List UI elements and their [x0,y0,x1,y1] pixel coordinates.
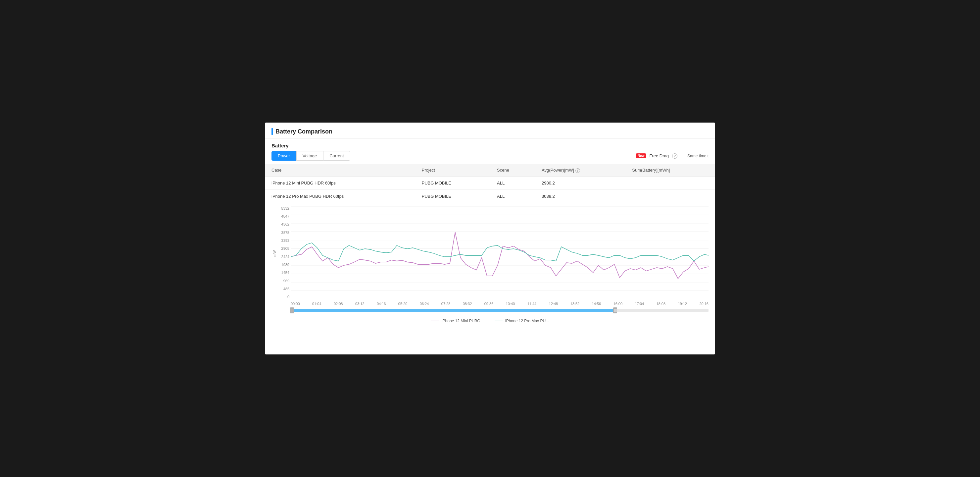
page-title: Battery Comparison [275,128,332,135]
scroll-handle-lines [614,309,616,312]
tabs-row: Power Voltage Current New Free Drag ? Sa… [265,151,715,164]
cell-project-2: PUBG MOBILE [415,190,490,203]
tab-actions: New Free Drag ? Same time t [636,153,708,159]
y-tick: 2424 [278,255,290,259]
scrollbar-left-handle[interactable] [290,307,294,313]
cell-scene-2: ALL [490,190,535,203]
main-container: Battery Comparison Battery Power Voltage… [265,123,715,354]
x-tick: 16:00 [614,302,623,306]
scroll-handle-line [614,309,614,312]
col-sum-battery: Sum(Battery)[mWh] [625,164,715,177]
y-tick: 4847 [278,214,290,218]
x-tick: 08:32 [463,302,472,306]
x-tick: 06:24 [420,302,429,306]
y-tick: 3393 [278,238,290,242]
same-time-checkbox[interactable] [681,154,685,158]
cell-project-1: PUBG MOBILE [415,176,490,190]
scrollbar-thumb[interactable] [291,309,616,312]
y-tick: 2908 [278,246,290,250]
free-drag-label: Free Drag [649,153,669,158]
x-tick: 00:00 [291,302,300,306]
x-tick: 07:28 [441,302,450,306]
y-tick: 485 [278,287,290,291]
legend-item-mini: iPhone 12 Mini PUBG ... [431,319,485,323]
legend-line-promax [495,321,503,321]
scroll-handle-line [615,309,616,312]
scroll-handle-line [293,309,293,312]
y-tick: 3878 [278,231,290,235]
chart-svg [291,206,708,299]
x-tick: 13:52 [570,302,580,306]
title-accent [272,128,273,135]
scrollbar-right-handle[interactable] [613,307,617,313]
same-time-label: Same time t [687,154,708,158]
chart-container: mW 5332 4847 4362 3878 3393 2908 2424 19… [265,203,715,327]
legend-label-mini: iPhone 12 Mini PUBG ... [442,319,485,323]
y-tick: 1939 [278,263,290,266]
x-tick: 20:16 [699,302,708,306]
x-tick: 17:04 [635,302,644,306]
cell-avg-2: 3038.2 [535,190,625,203]
y-tick: 0 [278,295,290,299]
x-tick: 18:08 [656,302,665,306]
help-icon[interactable]: ? [672,153,678,159]
scrollbar-container [291,309,708,316]
legend: iPhone 12 Mini PUBG ... iPhone 12 Pro Ma… [272,316,708,327]
x-tick: 11:44 [527,302,537,306]
col-scene: Scene [490,164,535,177]
scrollbar-track[interactable] [291,309,708,312]
data-table: Case Project Scene Avg(Power)[mW] ? Sum(… [265,164,715,203]
x-tick: 02:08 [334,302,343,306]
table-row: iPhone 12 Mini PUBG HDR 60fps PUBG MOBIL… [265,176,715,190]
col-avg-power: Avg(Power)[mW] ? [535,164,625,177]
x-tick: 03:12 [355,302,364,306]
tabs: Power Voltage Current [272,151,350,161]
same-time-row: Same time t [681,154,708,158]
page-title-bar: Battery Comparison [272,128,332,135]
x-tick: 19:12 [678,302,687,306]
x-tick: 12:48 [549,302,558,306]
x-tick: 01:04 [312,302,321,306]
cell-case-2: iPhone 12 Pro Max PUBG HDR 60fps [265,190,415,203]
scroll-handle-line [291,309,291,312]
y-tick: 969 [278,279,290,283]
scroll-handle-lines [291,309,293,312]
col-case: Case [265,164,415,177]
new-badge: New [636,153,646,158]
x-tick: 14:56 [592,302,601,306]
y-tick: 1454 [278,271,290,274]
section-title: Battery [265,139,715,151]
tab-current[interactable]: Current [323,151,350,161]
y-axis-ticks: 5332 4847 4362 3878 3393 2908 2424 1939 … [278,206,291,299]
y-tick: 4362 [278,222,290,226]
cell-sum-1 [625,176,715,190]
legend-line-mini [431,321,439,321]
tab-power[interactable]: Power [272,151,296,161]
cell-avg-1: 2980.2 [535,176,625,190]
x-tick: 05:20 [398,302,407,306]
y-tick: 5332 [278,206,290,211]
avg-power-help[interactable]: ? [576,168,580,173]
x-tick: 10:40 [506,302,515,306]
cell-case-1: iPhone 12 Mini PUBG HDR 60fps [265,176,415,190]
x-tick: 09:36 [484,302,494,306]
cell-sum-2 [625,190,715,203]
table-row: iPhone 12 Pro Max PUBG HDR 60fps PUBG MO… [265,190,715,203]
tab-voltage[interactable]: Voltage [296,151,323,161]
col-project: Project [415,164,490,177]
x-tick: 04:16 [377,302,386,306]
legend-label-promax: iPhone 12 Pro Max PU... [505,319,549,323]
cell-scene-1: ALL [490,176,535,190]
y-axis-label: mW [272,206,277,300]
x-axis-ticks: 00:00 01:04 02:08 03:12 04:16 05:20 06:2… [291,300,708,307]
chart-svg-wrapper [291,206,708,300]
legend-item-promax: iPhone 12 Pro Max PU... [495,319,549,323]
page-header: Battery Comparison [265,123,715,139]
